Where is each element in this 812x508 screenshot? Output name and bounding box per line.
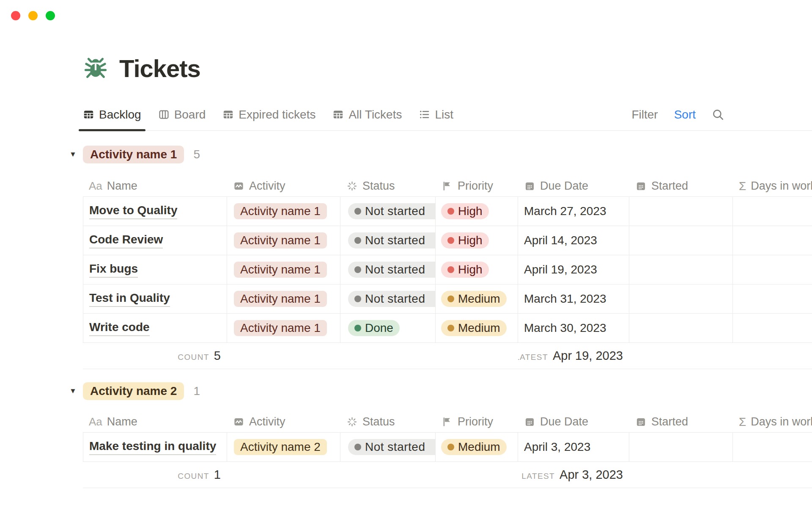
group-activity-name-1: ▼ Activity name 1 5 Aa Name Activit: [83, 145, 812, 369]
status-dot: [354, 295, 361, 302]
column-header-priority[interactable]: Priority: [436, 411, 518, 432]
activity-chart-icon: [233, 416, 244, 428]
started-cell[interactable]: [629, 226, 733, 255]
column-header-activity[interactable]: Activity: [227, 176, 340, 196]
days-in-work-cell[interactable]: [733, 226, 812, 255]
view-tab-bar: Backlog Board: [83, 99, 812, 131]
status-cell[interactable]: Not started: [340, 284, 436, 314]
started-cell[interactable]: [629, 197, 733, 226]
activity-cell[interactable]: Activity name 1: [227, 255, 340, 284]
tab-board[interactable]: Board: [158, 99, 206, 130]
activity-tag: Activity name 2: [234, 439, 327, 455]
days-in-work-cell[interactable]: [733, 255, 812, 284]
sort-button[interactable]: Sort: [674, 108, 696, 121]
activity-cell[interactable]: Activity name 1: [227, 197, 340, 226]
started-cell[interactable]: [629, 255, 733, 284]
tab-backlog[interactable]: Backlog: [83, 99, 141, 130]
days-in-work-cell[interactable]: [733, 197, 812, 226]
count-calculation[interactable]: COUNT 5: [83, 343, 227, 369]
count-calculation[interactable]: COUNT 1: [83, 462, 227, 488]
priority-cell[interactable]: High: [436, 226, 518, 255]
started-cell[interactable]: [629, 284, 733, 314]
column-header-started[interactable]: Started: [629, 176, 733, 196]
priority-cell[interactable]: Medium: [436, 433, 518, 462]
days-in-work-cell[interactable]: [733, 284, 812, 314]
status-dot: [354, 237, 361, 244]
latest-calculation[interactable]: LATEST Apr 19, 2023: [518, 343, 629, 369]
name-cell[interactable]: Move to Quality: [83, 197, 227, 226]
column-header-activity[interactable]: Activity: [227, 411, 340, 432]
activity-tag: Activity name 1: [234, 203, 327, 219]
bug-icon[interactable]: [83, 56, 108, 81]
activity-tag: Activity name 1: [234, 262, 327, 278]
due-date-cell[interactable]: April 14, 2023: [518, 226, 629, 255]
minimize-button[interactable]: [28, 11, 38, 20]
status-cell[interactable]: Not started: [340, 226, 436, 255]
days-in-work-cell[interactable]: [733, 433, 812, 462]
collapse-triangle-icon[interactable]: ▼: [69, 387, 77, 395]
column-header-status[interactable]: Status: [340, 176, 436, 196]
view-actions: Filter Sort: [631, 99, 724, 130]
group-badge[interactable]: Activity name 1: [83, 146, 184, 163]
column-header-days-in-work[interactable]: Σ Days in work: [733, 411, 812, 432]
status-dot: [354, 208, 361, 215]
name-cell[interactable]: Make testing in quality: [83, 433, 227, 462]
name-cell[interactable]: Write code: [83, 314, 227, 343]
filter-button[interactable]: Filter: [631, 108, 658, 121]
column-header-started[interactable]: Started: [629, 411, 733, 432]
priority-cell[interactable]: Medium: [436, 314, 518, 343]
status-cell[interactable]: Not started: [340, 197, 436, 226]
table-row: Fix bugs Activity name 1 Not started Hig…: [83, 255, 812, 284]
due-date-cell[interactable]: March 31, 2023: [518, 284, 629, 314]
calendar-icon: [635, 180, 647, 192]
table-icon: [332, 109, 344, 120]
name-cell[interactable]: Fix bugs: [83, 255, 227, 284]
table-row: Make testing in quality Activity name 2 …: [83, 433, 812, 462]
tab-list[interactable]: List: [419, 99, 453, 130]
sigma-icon: Σ: [739, 415, 746, 429]
name-cell[interactable]: Test in Quality: [83, 284, 227, 314]
app-window: Tickets Backlog: [0, 0, 812, 508]
activity-cell[interactable]: Activity name 2: [227, 433, 340, 462]
priority-cell[interactable]: High: [436, 255, 518, 284]
group-badge[interactable]: Activity name 2: [83, 382, 184, 400]
column-header-days-in-work[interactable]: Σ Days in work: [733, 176, 812, 196]
flag-icon: [442, 180, 453, 192]
status-cell[interactable]: Not started: [340, 433, 436, 462]
priority-cell[interactable]: Medium: [436, 284, 518, 314]
status-cell[interactable]: Not started: [340, 255, 436, 284]
page-title[interactable]: Tickets: [119, 54, 200, 83]
due-date-cell[interactable]: March 27, 2023: [518, 197, 629, 226]
activity-cell[interactable]: Activity name 1: [227, 226, 340, 255]
column-header-due-date[interactable]: Due Date: [518, 176, 629, 196]
column-header-name[interactable]: Aa Name: [83, 176, 227, 196]
due-date-cell[interactable]: April 19, 2023: [518, 255, 629, 284]
calendar-icon: [635, 416, 647, 428]
column-header-status[interactable]: Status: [340, 411, 436, 432]
tab-label: List: [435, 108, 453, 121]
activity-chart-icon: [233, 180, 244, 192]
started-cell[interactable]: [629, 314, 733, 343]
status-badge: Not started: [348, 262, 436, 278]
activity-cell[interactable]: Activity name 1: [227, 284, 340, 314]
column-header-name[interactable]: Aa Name: [83, 411, 227, 432]
window-controls: [11, 11, 55, 20]
activity-cell[interactable]: Activity name 1: [227, 314, 340, 343]
zoom-button[interactable]: [46, 11, 55, 20]
due-date-cell[interactable]: April 3, 2023: [518, 433, 629, 462]
due-date-cell[interactable]: March 30, 2023: [518, 314, 629, 343]
priority-cell[interactable]: High: [436, 197, 518, 226]
days-in-work-cell[interactable]: [733, 314, 812, 343]
column-header-due-date[interactable]: Due Date: [518, 411, 629, 432]
started-cell[interactable]: [629, 433, 733, 462]
latest-calculation[interactable]: LATEST Apr 3, 2023: [518, 462, 629, 488]
name-cell[interactable]: Code Review: [83, 226, 227, 255]
tab-expired-tickets[interactable]: Expired tickets: [222, 99, 315, 130]
tab-all-tickets[interactable]: All Tickets: [332, 99, 402, 130]
column-header-priority[interactable]: Priority: [436, 176, 518, 196]
close-button[interactable]: [11, 11, 20, 20]
search-icon[interactable]: [712, 108, 724, 121]
tab-label: All Tickets: [348, 108, 402, 121]
status-cell[interactable]: Done: [340, 314, 436, 343]
collapse-triangle-icon[interactable]: ▼: [69, 150, 77, 159]
